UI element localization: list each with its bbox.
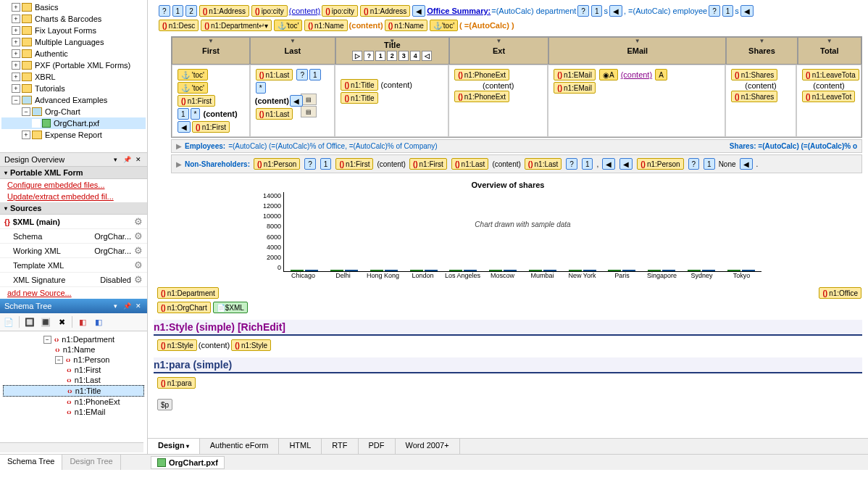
gear-icon[interactable]: ⚙	[134, 245, 143, 256]
element-tag[interactable]: ()n1:Last	[256, 69, 293, 80]
element-tag[interactable]: ()n1:Shares	[731, 91, 777, 102]
element-tag[interactable]: ()n1:PhoneExt	[454, 69, 509, 80]
pin-icon[interactable]: 📌	[122, 302, 131, 310]
view-tab[interactable]: RTF	[322, 439, 358, 454]
tag-ipo-city[interactable]: ()ipo:city	[251, 5, 288, 17]
pin-icon[interactable]: 📌	[122, 155, 131, 164]
num-btn[interactable]: 4	[410, 51, 420, 61]
nav-right[interactable]: ▶	[176, 142, 182, 150]
plus-icon[interactable]: +	[12, 73, 20, 81]
element-tag[interactable]: ()n1:EMail	[554, 69, 596, 80]
tag-person-close[interactable]: ()n1:Person	[637, 158, 683, 170]
plus-icon[interactable]: +	[12, 38, 20, 46]
minus-icon[interactable]: −	[12, 96, 20, 104]
nav-left[interactable]: ◀	[740, 5, 754, 17]
content-link[interactable]: (content)	[621, 70, 652, 79]
tag-office-close[interactable]: ()n1:Office	[819, 287, 861, 299]
plus-icon[interactable]	[32, 119, 41, 128]
schema-item[interactable]: ‹›n1:First	[3, 365, 144, 375]
schema-item[interactable]: −‹›n1:Person	[3, 355, 144, 365]
a-tag[interactable]: ◉A	[599, 69, 618, 80]
q-tag[interactable]: ?	[709, 5, 720, 17]
num-tag[interactable]: 1	[582, 158, 593, 170]
view-tab[interactable]: HTML	[279, 439, 322, 454]
nav-left[interactable]: ◀	[412, 5, 425, 17]
xml-main-row[interactable]: {}$XML (main) ⚙	[0, 215, 147, 229]
num-tag[interactable]: 1	[591, 5, 603, 17]
tag-para[interactable]: ()n1:para	[157, 377, 196, 389]
tag-department-close[interactable]: ()n1:Department	[157, 287, 219, 299]
update-extract-link[interactable]: Update/extract embedded fil...	[0, 191, 147, 202]
tree-item[interactable]: +Authentic	[1, 48, 146, 59]
portable-xml-form-header[interactable]: ▾ Portable XML Form	[0, 167, 147, 179]
num-tag[interactable]: 1	[704, 158, 715, 170]
plus-icon[interactable]: +	[12, 61, 20, 70]
q-tag[interactable]: ?	[688, 158, 700, 170]
row-marker[interactable]: ▤	[301, 94, 317, 105]
tree-item[interactable]: +Fix Layout Forms	[1, 25, 146, 36]
column-header[interactable]: ▼Ext	[449, 37, 548, 65]
element-tag[interactable]: ()n1:Title	[341, 79, 377, 91]
num-tag[interactable]: 1	[178, 108, 189, 120]
nav-left[interactable]: ◀	[609, 5, 622, 17]
schema-item[interactable]: ‹›n1:PhoneExt	[3, 397, 144, 407]
sources-header[interactable]: ▾ Sources	[0, 202, 147, 215]
add-new-source-link[interactable]: add new Source...	[0, 287, 147, 299]
plus-icon[interactable]: +	[12, 15, 20, 23]
tree-item[interactable]: +Basics	[1, 1, 146, 13]
gear-icon[interactable]: ⚙	[134, 260, 143, 270]
collapse-icon[interactable]: −	[55, 356, 63, 364]
tool-btn[interactable]: 🔳	[38, 315, 53, 329]
num-tag[interactable]: 2	[185, 5, 197, 17]
q-tag[interactable]: ?	[577, 5, 589, 17]
gear-icon[interactable]: ⚙	[134, 231, 143, 241]
column-header[interactable]: ▼Last	[250, 37, 335, 65]
tree-item[interactable]: OrgChart.pxf	[1, 117, 146, 129]
star-tag[interactable]: *	[256, 82, 266, 94]
close-icon[interactable]: ✕	[134, 302, 143, 310]
minus-icon[interactable]: −	[22, 107, 30, 116]
source-row[interactable]: SchemaOrgChar...⚙	[0, 229, 147, 244]
nav-left[interactable]: ◀	[602, 158, 615, 170]
tag-toc-close[interactable]: ⚓ 'toc'	[430, 20, 458, 31]
collapse-icon[interactable]: −	[43, 336, 51, 344]
column-header[interactable]: ▼Title▷?1234◁	[335, 37, 449, 65]
num-btn[interactable]: 1	[375, 51, 385, 61]
view-tab[interactable]: Design▾	[148, 439, 200, 454]
tree-item[interactable]: +Tutorials	[1, 83, 146, 94]
scrollbar[interactable]	[0, 442, 143, 452]
schema-item[interactable]: ‹›n1:Title	[3, 385, 144, 397]
column-header[interactable]: ▼EMail	[548, 37, 726, 65]
a-tag[interactable]: A	[655, 69, 667, 80]
gear-icon[interactable]: ⚙	[134, 216, 143, 227]
nav-right[interactable]: ▶	[176, 160, 182, 168]
anchor-tag[interactable]: ⚓ 'toc'	[178, 82, 208, 94]
tag-toc[interactable]: ⚓ 'toc'	[274, 20, 302, 31]
plus-icon[interactable]: +	[12, 49, 20, 58]
element-tag[interactable]: ()n1:PhoneExt	[454, 91, 509, 102]
configure-embedded-link[interactable]: Configure embedded files...	[0, 179, 147, 191]
tag-p[interactable]: $p	[157, 399, 172, 410]
tag-n1-address[interactable]: ()n1:Address	[199, 5, 249, 17]
nav-left[interactable]: ◀	[290, 95, 303, 107]
tag-n1-name-close[interactable]: ()n1:Name	[385, 20, 427, 31]
plus-icon[interactable]: +	[22, 131, 30, 139]
source-row[interactable]: XML SignatureDisabled⚙	[0, 273, 147, 287]
tree-item[interactable]: +Multiple Languages	[1, 36, 146, 48]
tool-btn[interactable]: 🔲	[22, 315, 37, 329]
num-tag[interactable]: 1	[309, 69, 321, 80]
element-tag[interactable]: ()n1:Last	[256, 108, 293, 120]
plus-icon[interactable]: +	[12, 3, 20, 12]
element-tag[interactable]: ()n1:Title	[341, 92, 377, 104]
tag-last-close[interactable]: ()n1:Last	[525, 158, 562, 170]
q-tag[interactable]: ?	[566, 158, 577, 170]
tree-item[interactable]: +Charts & Barcodes	[1, 13, 146, 25]
column-header[interactable]: ▼First	[172, 37, 250, 65]
num-tag[interactable]: 1	[320, 158, 332, 170]
tab-schema-tree[interactable]: Schema Tree	[0, 455, 62, 470]
q-tag[interactable]: ?	[159, 5, 170, 17]
element-tag[interactable]: ()n1:First	[178, 95, 215, 107]
source-row[interactable]: Template XML⚙	[0, 258, 147, 273]
schema-item[interactable]: ‹›n1:Name	[3, 344, 144, 355]
tree-item[interactable]: −Org-Chart	[1, 106, 146, 117]
